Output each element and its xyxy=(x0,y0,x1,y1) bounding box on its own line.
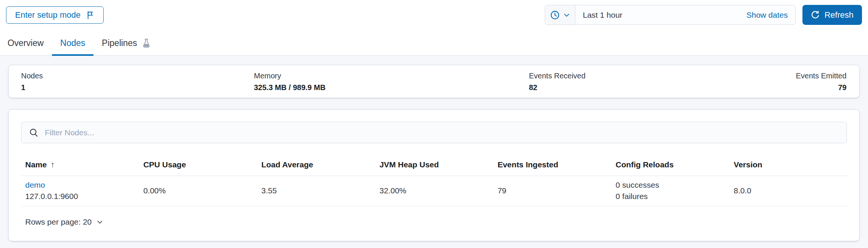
cell-version: 8.0.0 xyxy=(730,176,848,206)
stat-events-received-label: Events Received xyxy=(529,71,585,81)
stat-events-received: Events Received 82 xyxy=(529,71,585,92)
nodes-table: Name↑ CPU Usage Load Average JVM Heap Us… xyxy=(21,154,848,206)
config-reloads-successes: 0 successes xyxy=(616,179,725,191)
refresh-label: Refresh xyxy=(824,10,853,20)
refresh-icon xyxy=(811,11,820,20)
tab-nodes[interactable]: Nodes xyxy=(52,37,93,56)
search-icon xyxy=(29,128,39,138)
table-header-row: Name↑ CPU Usage Load Average JVM Heap Us… xyxy=(21,154,848,176)
show-dates-link[interactable]: Show dates xyxy=(739,5,795,24)
node-address: 127.0.0.1:9600 xyxy=(25,191,135,202)
clock-icon xyxy=(550,10,560,20)
column-header-name[interactable]: Name↑ xyxy=(21,154,139,176)
tab-pipelines[interactable]: Pipelines xyxy=(93,37,159,56)
tab-overview[interactable]: Overview xyxy=(0,37,52,56)
config-reloads-failures: 0 failures xyxy=(616,191,725,202)
table-row: demo 127.0.0.1:9600 0.00% 3.55 32.00% 79… xyxy=(21,176,848,206)
stat-nodes-value: 1 xyxy=(21,83,43,92)
stat-events-emitted-value: 79 xyxy=(796,83,847,92)
tab-nodes-label: Nodes xyxy=(60,37,85,49)
column-header-version[interactable]: Version xyxy=(730,154,848,176)
node-name-link[interactable]: demo xyxy=(25,181,45,189)
time-quick-select-button[interactable] xyxy=(545,5,575,24)
stat-events-received-value: 82 xyxy=(529,83,585,92)
stat-nodes-label: Nodes xyxy=(21,71,43,81)
column-header-jvm-heap-used[interactable]: JVM Heap Used xyxy=(375,154,493,176)
filter-field xyxy=(21,122,847,143)
nodes-panel: Name↑ CPU Usage Load Average JVM Heap Us… xyxy=(8,109,860,241)
refresh-button[interactable]: Refresh xyxy=(802,5,862,25)
tab-pipelines-label: Pipelines xyxy=(102,37,137,49)
cluster-summary-bar: Nodes 1 Memory 325.3 MB / 989.9 MB Event… xyxy=(8,65,860,98)
beaker-icon xyxy=(142,38,151,48)
filter-nodes-input[interactable] xyxy=(45,122,847,143)
monitoring-tabs: Overview Nodes Pipelines xyxy=(0,0,159,56)
cell-cpu-usage: 0.00% xyxy=(139,176,257,206)
stat-memory-value: 325.3 MB / 989.9 MB xyxy=(254,83,326,92)
column-header-config-reloads[interactable]: Config Reloads xyxy=(611,154,729,176)
tab-overview-label: Overview xyxy=(8,37,44,49)
cell-config-reloads: 0 successes 0 failures xyxy=(611,176,729,206)
rows-per-page-selector[interactable]: Rows per page: 20 xyxy=(25,217,104,227)
rows-per-page-label: Rows per page: 20 xyxy=(25,217,92,227)
cell-load-average: 3.55 xyxy=(257,176,375,206)
time-picker: Last 1 hour Show dates xyxy=(545,5,796,25)
cell-jvm-heap-used: 32.00% xyxy=(375,176,493,206)
stat-memory: Memory 325.3 MB / 989.9 MB xyxy=(254,71,326,92)
column-header-cpu-usage[interactable]: CPU Usage xyxy=(139,154,257,176)
sort-asc-icon: ↑ xyxy=(50,160,55,169)
column-header-events-ingested[interactable]: Events Ingested xyxy=(494,154,611,176)
cell-events-ingested: 79 xyxy=(494,176,611,206)
stat-memory-label: Memory xyxy=(254,71,326,81)
stat-events-emitted-label: Events Emitted xyxy=(796,71,847,81)
page-header: Enter setup mode Last 1 hour Show da xyxy=(0,0,868,56)
chevron-down-icon xyxy=(563,11,570,19)
column-header-load-average[interactable]: Load Average xyxy=(257,154,375,176)
stat-events-emitted: Events Emitted 79 xyxy=(796,71,847,92)
chevron-down-icon xyxy=(96,218,104,226)
cell-name: demo 127.0.0.1:9600 xyxy=(21,176,139,206)
time-range-display[interactable]: Last 1 hour xyxy=(575,5,739,24)
stat-nodes: Nodes 1 xyxy=(21,71,43,92)
